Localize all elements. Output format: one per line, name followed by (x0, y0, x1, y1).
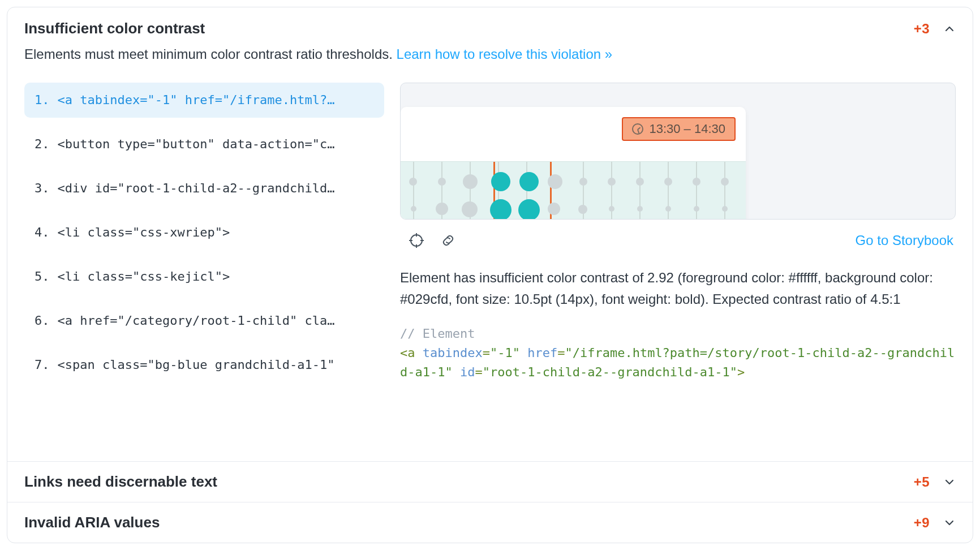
violation-item-7[interactable]: 7. <span class="bg-blue grandchild-a1-1" (24, 347, 384, 383)
clock-icon (632, 123, 643, 135)
violation-item-4[interactable]: 4. <li class="css-xwriep"> (24, 215, 384, 250)
violation-count: +3 (914, 21, 930, 37)
violation-item-6[interactable]: 6. <a href="/category/root-1-child" cla… (24, 303, 384, 338)
violation-item-number: 6. (35, 303, 50, 338)
violation-title: Links need discernable text (24, 473, 914, 491)
violation-item-code: <a href="/category/root-1-child" cla… (58, 303, 335, 338)
chevron-up-icon[interactable] (943, 23, 956, 35)
violation-section-header[interactable]: Insufficient color contrast +3 (7, 7, 973, 37)
violation-description: Elements must meet minimum color contras… (24, 46, 393, 62)
violation-item-code: <li class="css-kejicl"> (58, 259, 230, 294)
go-to-storybook-link[interactable]: Go to Storybook (856, 233, 953, 248)
a11y-report-panel: Insufficient color contrast +3 Elements … (7, 7, 973, 543)
preview-action-row: Go to Storybook (400, 220, 956, 251)
violation-count: +9 (914, 515, 930, 531)
violation-count: +5 (914, 474, 930, 490)
element-preview: 13:30 – 14:30 (400, 83, 956, 220)
violation-title: Insufficient color contrast (24, 20, 914, 37)
code-comment: // Element (400, 326, 475, 341)
violation-detail: 13:30 – 14:30 (400, 83, 956, 392)
violation-item-5[interactable]: 5. <li class="css-kejicl"> (24, 259, 384, 294)
time-range-chip: 13:30 – 14:30 (622, 117, 736, 141)
violation-item-3[interactable]: 3. <div id="root-1-child-a2--grandchild… (24, 171, 384, 206)
violation-item-code: <div id="root-1-child-a2--grandchild… (58, 171, 335, 206)
chevron-down-icon[interactable] (943, 476, 956, 488)
violation-item-1[interactable]: 1. <a tabindex="-1" href="/iframe.html?… (24, 83, 384, 118)
target-icon[interactable] (406, 230, 427, 251)
violation-item-number: 5. (35, 259, 50, 294)
violation-item-number: 3. (35, 171, 50, 206)
preview-component: 13:30 – 14:30 (401, 107, 746, 220)
violation-item-code: <a tabindex="-1" href="/iframe.html?… (58, 83, 335, 118)
violation-content: 1. <a tabindex="-1" href="/iframe.html?…… (7, 63, 973, 392)
violation-description-row: Elements must meet minimum color contras… (7, 37, 973, 63)
violation-element-list: 1. <a tabindex="-1" href="/iframe.html?…… (24, 83, 384, 392)
violation-item-number: 4. (35, 215, 50, 250)
violation-item-code: <button type="button" data-action="c… (58, 127, 335, 162)
violation-section-collapsed-1[interactable]: Links need discernable text +5 (7, 461, 973, 502)
time-range-text: 13:30 – 14:30 (649, 122, 725, 136)
violation-item-number: 2. (35, 127, 50, 162)
violation-item-2[interactable]: 2. <button type="button" data-action="c… (24, 127, 384, 162)
link-icon[interactable] (437, 230, 459, 251)
violation-detail-text: Element has insufficient color contrast … (400, 251, 943, 309)
violation-item-code: <span class="bg-blue grandchild-a1-1" (58, 347, 335, 383)
violation-item-number: 1. (35, 83, 50, 118)
violation-title: Invalid ARIA values (24, 514, 914, 531)
preview-dots-strip (401, 161, 746, 220)
chevron-down-icon[interactable] (943, 517, 956, 529)
violation-section-collapsed-2[interactable]: Invalid ARIA values +9 (7, 502, 973, 543)
element-source-code: // Element <a tabindex="-1" href="/ifram… (400, 310, 956, 382)
violation-item-number: 7. (35, 347, 50, 383)
violation-item-code: <li class="css-xwriep"> (58, 215, 230, 250)
learn-more-link[interactable]: Learn how to resolve this violation » (397, 46, 613, 62)
